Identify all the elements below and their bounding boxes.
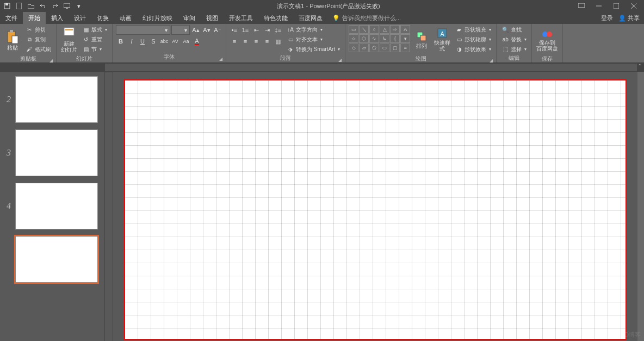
tab-animations[interactable]: 动画 [114,12,137,24]
tab-review[interactable]: 审阅 [178,12,201,24]
maximize-icon[interactable] [608,1,624,11]
shape-rect[interactable]: ▭ [349,25,358,34]
shape-brace[interactable]: { [390,34,400,43]
undo-icon[interactable] [38,1,48,11]
clear-format-button[interactable]: A⁻ [213,25,222,35]
shape-arrow[interactable]: ⇨ [390,25,400,34]
layout-button[interactable]: ▦版式▾ [81,25,109,34]
shape-more[interactable]: ▾ [400,34,410,43]
collapse-ribbon-icon[interactable]: ⌃ [637,63,642,69]
font-color-button[interactable]: A [192,36,202,46]
slideshow-icon[interactable] [62,1,72,11]
numbering-button[interactable]: 1≡ [240,25,250,35]
new-icon[interactable] [14,1,24,11]
justify-button[interactable]: ≡ [262,36,272,46]
find-button[interactable]: 🔍查找 [500,25,528,34]
shape-fill-button[interactable]: ▰形状填充▾ [454,25,493,34]
slide-thumbnail-2[interactable] [15,76,98,123]
tab-baidu[interactable]: 百度网盘 [293,12,328,24]
share-button[interactable]: 👤 共享 [618,14,640,22]
horizontal-ruler[interactable] [104,63,637,72]
slide-thumbnail-selected[interactable] [15,236,98,283]
align-text-button[interactable]: ▭对齐文本▾ [285,35,342,44]
underline-button[interactable]: U [138,36,147,46]
align-left-button[interactable]: ≡ [230,36,239,46]
decrease-indent-button[interactable]: ⇤ [251,25,261,35]
slide-thumbnail-panel[interactable]: 2 3 4 [0,72,104,341]
slide-thumbnail-3[interactable] [15,129,98,176]
tab-transitions[interactable]: 切换 [91,12,114,24]
shape-curve[interactable]: ∿ [369,34,379,43]
bold-button[interactable]: B [116,36,126,46]
align-center-button[interactable]: ≡ [240,36,250,46]
ribbon-options-icon[interactable] [573,1,590,11]
shape-r6[interactable]: ≡ [400,44,410,52]
login-link[interactable]: 登录 [601,14,613,22]
grow-font-button[interactable]: A▴ [191,25,201,35]
align-right-button[interactable]: ≡ [251,36,261,46]
vertical-scrollbar[interactable] [637,72,644,341]
shrink-font-button[interactable]: A▾ [202,25,212,35]
bullets-button[interactable]: •≡ [230,25,239,35]
reset-button[interactable]: ↺重置 [81,35,109,44]
drawing-expand-icon[interactable]: ◢ [490,58,493,63]
tab-file[interactable]: 文件 [0,12,23,24]
minimize-icon[interactable] [591,1,607,11]
italic-button[interactable]: I [127,36,137,46]
char-spacing-button[interactable]: AV [170,36,180,46]
format-painter-button[interactable]: 🖌格式刷 [24,45,53,54]
shape-r4[interactable]: ⬭ [380,44,389,52]
shape-effects-button[interactable]: ◑形状效果▾ [454,45,493,54]
tab-slideshow[interactable]: 幻灯片放映 [137,12,178,24]
shape-text[interactable]: A [400,25,410,34]
font-expand-icon[interactable]: ◢ [219,57,222,61]
change-case-button[interactable]: Aa [181,36,191,46]
shape-hex[interactable]: ⬡ [359,34,369,43]
paragraph-expand-icon[interactable]: ◢ [338,58,342,63]
copy-button[interactable]: ⧉复制 [24,35,53,44]
increase-indent-button[interactable]: ⇥ [262,25,272,35]
shape-outline-button[interactable]: ▭形状轮廓▾ [454,35,493,44]
tab-insert[interactable]: 插入 [46,12,69,24]
quick-styles-button[interactable]: A 快速样式 [433,25,451,54]
columns-button[interactable]: ▥ [273,36,283,46]
line-spacing-button[interactable]: ‡≡ [273,25,283,35]
redo-icon[interactable] [50,1,60,11]
slide-thumbnail-4[interactable] [15,183,98,230]
tell-me-search[interactable]: 💡 告诉我您想要做什么... [328,14,405,22]
qat-more-icon[interactable]: ▾ [74,1,84,11]
text-direction-button[interactable]: ↕A文字方向▾ [285,25,342,34]
shadow-button[interactable]: abc [159,36,169,46]
new-slide-button[interactable]: 新建 幻灯片 [60,25,78,54]
shape-r5[interactable]: ▢ [390,44,400,52]
shape-connector[interactable]: ↳ [380,34,389,43]
strike-button[interactable]: S [148,36,158,46]
font-size-combo[interactable]: ▾ [171,25,190,35]
tab-home[interactable]: 开始 [23,12,46,24]
clipboard-expand-icon[interactable]: ◢ [49,58,53,63]
tab-design[interactable]: 设计 [69,12,91,24]
section-button[interactable]: ▤节▾ [81,45,109,54]
cut-button[interactable]: ✂剪切 [24,25,53,34]
select-button[interactable]: ⬚选择▾ [500,45,528,54]
shape-line[interactable]: ＼ [359,25,369,34]
paste-button[interactable]: 粘贴 [3,25,22,54]
slide-canvas[interactable] [124,79,627,340]
shape-star[interactable]: ☆ [349,34,358,43]
tab-view[interactable]: 视图 [201,12,224,24]
save-icon[interactable] [2,1,12,11]
arrange-button[interactable]: 排列 [412,25,431,54]
vertical-ruler[interactable] [104,72,113,341]
smartart-button[interactable]: ⬗转换为 SmartArt▾ [285,45,342,54]
tab-special[interactable]: 特色功能 [258,12,293,24]
open-icon[interactable] [26,1,36,11]
shape-triangle[interactable]: △ [380,25,389,34]
replace-button[interactable]: ab替换▾ [500,35,528,44]
close-icon[interactable] [626,1,642,11]
font-name-combo[interactable]: ▾ [116,25,170,35]
shapes-gallery[interactable]: ▭ ＼ ○ △ ⇨ A ☆ ⬡ ∿ ↳ { ▾ ◇ ▱ ⬠ ⬭ ▢ ≡ [349,25,410,52]
tab-developer[interactable]: 开发工具 [224,12,258,24]
save-baidu-button[interactable]: 保存到 百度网盘 [535,25,559,54]
shape-r1[interactable]: ◇ [349,44,358,52]
shape-r2[interactable]: ▱ [359,44,369,52]
